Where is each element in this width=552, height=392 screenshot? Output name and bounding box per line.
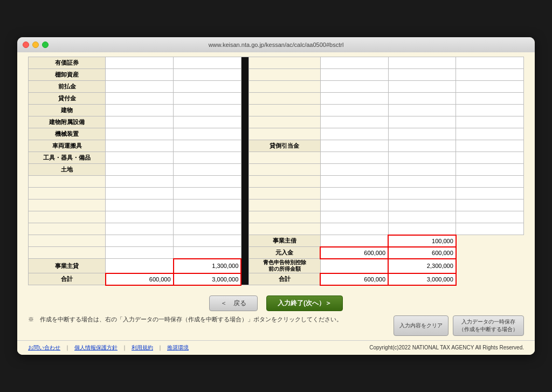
right-val-8b[interactable] — [388, 140, 456, 152]
right-val-4b[interactable] — [388, 93, 456, 105]
right-val-6c[interactable] — [456, 116, 524, 128]
val-empty-15b[interactable] — [174, 223, 242, 235]
right-val-12b[interactable] — [388, 188, 456, 200]
clear-button[interactable]: 入力内容をクリア — [394, 315, 448, 336]
val-empty-17b[interactable] — [174, 247, 242, 259]
right-val-5a[interactable] — [320, 105, 388, 116]
val-empty-16a[interactable] — [106, 235, 174, 247]
val-kashitsuke-1[interactable] — [106, 93, 174, 105]
back-button[interactable]: ＜ 戻る — [209, 295, 258, 311]
close-button[interactable] — [23, 42, 29, 48]
val-empty-12b[interactable] — [174, 188, 242, 200]
footer-link-env[interactable]: 推奨環境 — [167, 344, 189, 352]
save-button[interactable]: 入力データの一時保存（作成を中断する場合） — [453, 315, 524, 336]
right-val-6b[interactable] — [388, 116, 456, 128]
footer-link-privacy[interactable]: 個人情報保護方針 — [74, 344, 118, 352]
right-val-2c[interactable] — [456, 69, 524, 81]
val-jigyounushi-kashi-highlighted[interactable]: 100,000 — [388, 235, 456, 247]
val-aoshinkoku-highlighted[interactable]: 2,300,000 — [388, 259, 456, 273]
right-val-15b[interactable] — [388, 223, 456, 235]
val-kikai-2[interactable] — [174, 128, 242, 140]
val-kogu-2[interactable] — [174, 152, 242, 164]
right-val-11b[interactable] — [388, 176, 456, 188]
val-kogu-1[interactable] — [106, 152, 174, 164]
val-fuzoku-1[interactable] — [106, 116, 174, 128]
val-tatemono-2[interactable] — [174, 105, 242, 116]
val-tochi-2[interactable] — [174, 164, 242, 176]
right-val-2b[interactable] — [388, 69, 456, 81]
right-val-15a[interactable] — [320, 223, 388, 235]
right-val-8c[interactable] — [456, 140, 524, 152]
right-val-1a[interactable] — [320, 57, 388, 69]
right-val-6a[interactable] — [320, 116, 388, 128]
right-val-10b[interactable] — [388, 164, 456, 176]
right-val-4a[interactable] — [320, 93, 388, 105]
val-gokei-left-highlighted-b[interactable]: 3,000,000 — [174, 273, 242, 285]
val-empty-15a[interactable] — [106, 223, 174, 235]
right-val-14a[interactable] — [320, 211, 388, 223]
right-val-13a[interactable] — [320, 200, 388, 211]
val-empty-13a[interactable] — [106, 200, 174, 211]
right-val-13b[interactable] — [388, 200, 456, 211]
footer-link-terms[interactable]: 利用規約 — [132, 344, 153, 352]
right-val-3b[interactable] — [388, 81, 456, 93]
val-sharyo-2[interactable] — [174, 140, 242, 152]
right-val-10c[interactable] — [456, 164, 524, 176]
val-empty-11a[interactable] — [106, 176, 174, 188]
val-gokei-right-highlighted-a[interactable]: 600,000 — [320, 273, 388, 285]
val-jigyounushi-gawa-1[interactable] — [106, 259, 174, 273]
right-val-3a[interactable] — [320, 81, 388, 93]
val-empty-14b[interactable] — [174, 211, 242, 223]
val-empty-14a[interactable] — [106, 211, 174, 223]
right-val-jigyounushi-kashi-a[interactable] — [320, 235, 388, 247]
right-val-12c[interactable] — [456, 188, 524, 200]
right-val-15c[interactable] — [456, 223, 524, 235]
right-val-2a[interactable] — [320, 69, 388, 81]
val-maeharai-1[interactable] — [106, 81, 174, 93]
val-empty-13b[interactable] — [174, 200, 242, 211]
right-val-8a[interactable] — [320, 140, 388, 152]
right-val-9b[interactable] — [388, 152, 456, 164]
val-kashitsuke-2[interactable] — [174, 93, 242, 105]
val-gokei-right-highlighted-b[interactable]: 3,000,000 — [388, 273, 456, 285]
val-empty-16b[interactable] — [174, 235, 242, 247]
val-empty-11b[interactable] — [174, 176, 242, 188]
val-yukashoken-2[interactable] — [174, 57, 242, 69]
val-kikai-1[interactable] — [106, 128, 174, 140]
right-val-10a[interactable] — [320, 164, 388, 176]
val-empty-17a[interactable] — [106, 247, 174, 259]
right-val-9c[interactable] — [456, 152, 524, 164]
right-val-5c[interactable] — [456, 105, 524, 116]
right-val-5b[interactable] — [388, 105, 456, 116]
right-val-4c[interactable] — [456, 93, 524, 105]
right-val-14b[interactable] — [388, 211, 456, 223]
right-val-11c[interactable] — [456, 176, 524, 188]
val-sharyo-1[interactable] — [106, 140, 174, 152]
minimize-button[interactable] — [32, 42, 39, 48]
val-empty-12a[interactable] — [106, 188, 174, 200]
val-maeharai-2[interactable] — [174, 81, 242, 93]
footer-link-inquiry[interactable]: お問い合わせ — [28, 344, 60, 352]
val-tanoroshi-1[interactable] — [106, 69, 174, 81]
val-fuzoku-2[interactable] — [174, 116, 242, 128]
right-val-13c[interactable] — [456, 200, 524, 211]
val-moto-iregane-highlighted-a[interactable]: 600,000 — [320, 247, 388, 259]
right-val-7c[interactable] — [456, 128, 524, 140]
val-moto-iregane-highlighted-b[interactable]: 600,000 — [388, 247, 456, 259]
right-val-7b[interactable] — [388, 128, 456, 140]
val-tanoroshi-2[interactable] — [174, 69, 242, 81]
val-gokei-left-highlighted-a[interactable]: 600,000 — [106, 273, 174, 285]
right-val-7a[interactable] — [320, 128, 388, 140]
val-yukashoken-1[interactable] — [106, 57, 174, 69]
next-button[interactable]: 入力終了(次へ）＞ — [266, 295, 343, 311]
val-tatemono-1[interactable] — [106, 105, 174, 116]
right-val-9a[interactable] — [320, 152, 388, 164]
right-val-1b[interactable] — [388, 57, 456, 69]
right-val-12a[interactable] — [320, 188, 388, 200]
val-aoshinkoku-a[interactable] — [320, 259, 388, 273]
right-val-11a[interactable] — [320, 176, 388, 188]
right-val-3c[interactable] — [456, 81, 524, 93]
right-val-14c[interactable] — [456, 211, 524, 223]
right-val-1c[interactable] — [456, 57, 524, 69]
fullscreen-button[interactable] — [42, 42, 49, 48]
